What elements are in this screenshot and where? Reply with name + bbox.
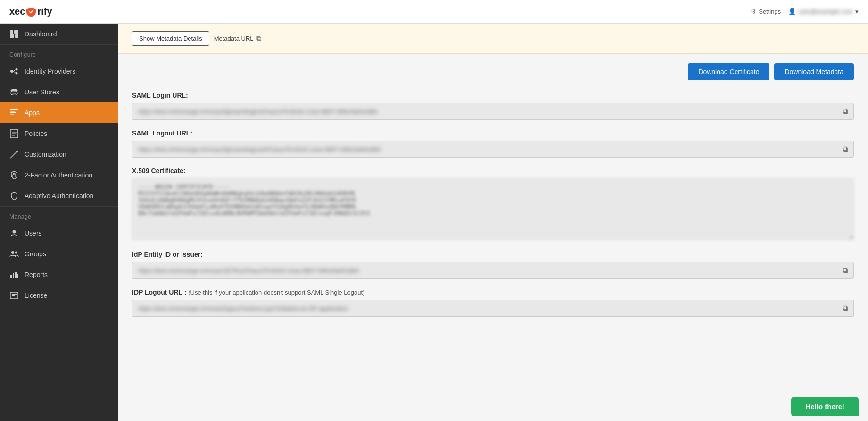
user-menu[interactable]: 👤 user@example.com ▾	[788, 8, 859, 15]
x509-cert-value[interactable]	[132, 178, 854, 240]
sidebar-label-2fa: 2-Factor Authentication	[25, 171, 92, 179]
x509-cert-wrapper	[132, 178, 854, 241]
sidebar-label-identity-providers: Identity Providers	[25, 67, 75, 75]
show-metadata-details-button[interactable]: Show Metadata Details	[132, 31, 209, 46]
sidebar-item-reports[interactable]: Reports	[0, 264, 118, 285]
main-content: Download Certificate Download Metadata S…	[118, 54, 868, 345]
saml-login-url-copy-icon[interactable]: ⧉	[843, 107, 848, 116]
idp-entity-id-label: IdP Entity ID or Issuer:	[132, 251, 854, 258]
metadata-url-text: Metadata URL	[214, 35, 254, 42]
sidebar-item-identity-providers[interactable]: Identity Providers	[0, 61, 118, 82]
idp-logout-url-label: IDP Logout URL : (Use this if your appli…	[132, 288, 854, 296]
dashboard-icon	[9, 29, 19, 39]
sidebar-item-adaptive-auth[interactable]: Adaptive Authentication	[0, 185, 118, 206]
sidebar-label-dashboard: Dashboard	[25, 30, 57, 38]
idp-entity-id-field: https://test.miniorange.in/moas/16791/d7…	[132, 262, 854, 279]
svg-point-4	[10, 70, 13, 73]
chevron-down-icon: ▾	[855, 8, 859, 15]
sidebar-label-reports: Reports	[25, 271, 48, 278]
saml-logout-url-value: https://test.miniorange.in/moas/idp/saml…	[138, 146, 839, 153]
idp-entity-id-group: IdP Entity ID or Issuer: https://test.mi…	[132, 251, 854, 279]
saml-logout-url-field: https://test.miniorange.in/moas/idp/saml…	[132, 141, 854, 158]
user-stores-icon	[9, 87, 19, 97]
sidebar-label-adaptive-auth: Adaptive Authentication	[25, 192, 93, 200]
metadata-url-copy-icon[interactable]: ⧉	[256, 34, 261, 42]
sidebar-item-customization[interactable]: Customization	[0, 144, 118, 165]
idp-entity-id-copy-icon[interactable]: ⧉	[843, 266, 848, 275]
sidebar-label-customization: Customization	[25, 151, 66, 158]
sidebar-item-users[interactable]: Users	[0, 223, 118, 244]
sidebar-item-groups[interactable]: Groups	[0, 244, 118, 264]
svg-rect-23	[10, 275, 12, 278]
download-metadata-button[interactable]: Download Metadata	[774, 63, 854, 80]
svg-point-21	[11, 251, 14, 254]
x509-cert-group: X.509 Certificate:	[132, 167, 854, 241]
settings-label: Settings	[759, 8, 781, 15]
sidebar-item-license[interactable]: License	[0, 285, 118, 306]
user-icon: 👤	[788, 8, 796, 15]
svg-rect-2	[10, 34, 14, 38]
saml-login-url-value: https://test.miniorange.in/moas/idp/saml…	[138, 108, 839, 115]
sidebar-item-dashboard[interactable]: Dashboard	[0, 24, 118, 44]
configure-section-label: Configure	[0, 44, 118, 61]
sidebar-label-policies: Policies	[25, 130, 47, 137]
apps-icon	[9, 108, 19, 118]
saml-login-url-label: SAML Login URL:	[132, 92, 854, 99]
svg-rect-15	[12, 132, 17, 133]
settings-link[interactable]: ⚙ Settings	[751, 8, 781, 15]
sidebar-item-policies[interactable]: Policies	[0, 123, 118, 144]
logo-shield-icon	[25, 7, 37, 17]
topbar-right: ⚙ Settings 👤 user@example.com ▾	[751, 8, 859, 15]
sidebar-label-apps: Apps	[25, 109, 40, 117]
svg-point-18	[16, 151, 18, 152]
sidebar-label-users: Users	[25, 229, 42, 237]
idp-entity-id-value: https://test.miniorange.in/moas/16791/d7…	[138, 267, 839, 274]
sidebar: Dashboard Configure Identity Providers U…	[0, 24, 118, 421]
svg-rect-26	[17, 274, 18, 278]
license-icon	[9, 291, 19, 300]
svg-rect-0	[10, 30, 13, 34]
svg-line-8	[13, 71, 16, 73]
user-email: user@example.com	[798, 8, 853, 15]
metadata-url-label: Metadata URL ⧉	[214, 34, 261, 42]
svg-rect-16	[12, 134, 16, 135]
identity-providers-icon	[9, 67, 19, 76]
x509-cert-label: X.509 Certificate:	[132, 167, 854, 175]
svg-rect-28	[12, 294, 17, 295]
logo: xec rify	[9, 6, 52, 17]
sidebar-label-license: License	[25, 292, 47, 299]
sidebar-item-apps[interactable]: Apps	[0, 102, 118, 123]
settings-icon: ⚙	[751, 8, 756, 15]
users-icon	[9, 228, 19, 238]
action-buttons-row: Download Certificate Download Metadata	[132, 63, 854, 80]
sidebar-item-2fa[interactable]: 2-Factor Authentication	[0, 165, 118, 185]
hello-bubble[interactable]: Hello there!	[791, 397, 859, 416]
svg-rect-19	[13, 175, 16, 177]
content-area: Show Metadata Details Metadata URL ⧉ Dow…	[118, 24, 868, 421]
svg-rect-10	[10, 109, 18, 110]
idp-logout-url-sub-text: (Use this if your application doesn't su…	[188, 289, 364, 296]
saml-logout-url-group: SAML Logout URL: https://test.miniorange…	[132, 129, 854, 158]
manage-section-label: Manage	[0, 206, 118, 223]
svg-rect-12	[10, 112, 16, 113]
adaptive-auth-icon	[9, 191, 19, 201]
sidebar-item-user-stores[interactable]: User Stores	[0, 82, 118, 102]
svg-point-5	[16, 68, 18, 71]
reports-icon	[9, 270, 19, 279]
saml-login-url-group: SAML Login URL: https://test.miniorange.…	[132, 92, 854, 120]
idp-logout-url-field: https://test.miniorange.in/moas/logout?r…	[132, 300, 854, 317]
svg-point-20	[13, 230, 16, 234]
groups-icon	[9, 249, 19, 259]
svg-rect-11	[10, 111, 15, 112]
saml-login-url-field: https://test.miniorange.in/moas/idp/saml…	[132, 103, 854, 120]
main-layout: Dashboard Configure Identity Providers U…	[0, 24, 868, 421]
policies-icon	[9, 129, 19, 138]
customization-icon	[9, 150, 19, 159]
svg-rect-1	[14, 30, 18, 34]
svg-point-22	[15, 252, 17, 254]
saml-logout-url-copy-icon[interactable]: ⧉	[843, 145, 848, 153]
metadata-bar: Show Metadata Details Metadata URL ⧉	[118, 24, 868, 54]
idp-logout-url-copy-icon[interactable]: ⧉	[843, 304, 848, 312]
idp-logout-url-value: https://test.miniorange.in/moas/logout?r…	[138, 305, 839, 312]
download-certificate-button[interactable]: Download Certificate	[688, 63, 769, 80]
